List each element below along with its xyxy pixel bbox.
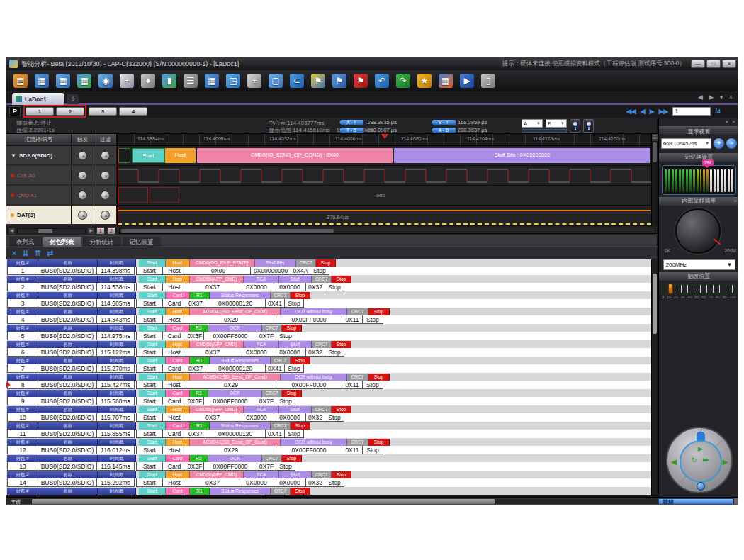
pin-icon[interactable]: ▪	[726, 118, 728, 126]
packet-data-row[interactable]: 5BUS0(SD2.0/SDIO)114.975msStartCard0X3F0…	[7, 332, 651, 340]
nav-right-icon[interactable]: ▶	[722, 458, 728, 466]
flag-yellow-button[interactable]: ⚑	[310, 72, 327, 89]
cursor-a-select[interactable]: A▼	[522, 119, 543, 128]
packet-data-row[interactable]: 15BUS0(SD2.0/SDIO)116.425msStartCard0X37…	[7, 495, 651, 495]
probe-button[interactable]: ♦	[140, 72, 157, 89]
decode-pre-block[interactable]	[118, 148, 130, 163]
page-menu-button[interactable]: P	[9, 106, 21, 116]
channel-page-1-button[interactable]: 1	[96, 227, 105, 235]
protocol-cards-button[interactable]: ▢	[267, 72, 284, 89]
packet-data-row[interactable]: 14BUS0(SD2.0/SDIO)116.292msStartHost0X37…	[7, 478, 651, 487]
play-icon[interactable]: ▶	[698, 445, 703, 452]
packet-data-row[interactable]: 3BUS0(SD2.0/SDIO)114.685msStartCard0X370…	[7, 299, 651, 308]
packet-data-row[interactable]: 7BUS0(SD2.0/SDIO)115.270msStartCard0X370…	[7, 364, 651, 373]
packet-data-row[interactable]: 10BUS0(SD2.0/SDIO)115.707msStartHost0X37…	[7, 413, 651, 422]
bottom-tab-1[interactable]: 封包列表	[43, 237, 81, 247]
zoom-in-icon[interactable]: +	[714, 138, 724, 149]
nav-left-icon[interactable]: ◀	[671, 458, 677, 466]
channel-row-clk-a0[interactable]: CLK A0	[6, 166, 117, 184]
open-file-button[interactable]: ▤	[12, 72, 29, 89]
layout-view-button[interactable]: ◳	[225, 72, 242, 89]
bus-connector-button[interactable]: ⊂	[288, 72, 305, 89]
favorites-star-button[interactable]: ★	[416, 72, 433, 89]
clk-signal-row[interactable]	[118, 166, 651, 186]
zoom-scale-select[interactable]: 669.106452ns▼	[661, 138, 711, 149]
zoom-undo-button[interactable]: ↶	[373, 72, 390, 89]
channel-page-2-button[interactable]: 2	[107, 227, 115, 235]
filter-setting-button[interactable]	[101, 191, 110, 200]
packet-data-row[interactable]: 8BUS0(SD2.0/SDIO)115.427msStartHost0X290…	[7, 381, 651, 389]
packet-data-row[interactable]: 6BUS0(SD2.0/SDIO)115.122msStartHost0X370…	[7, 348, 651, 357]
trigger-slider-thumb[interactable]	[668, 284, 673, 294]
tab-nav-icons[interactable]: ◀ ▶ ▾ ×	[698, 94, 735, 101]
usb-device-button[interactable]: ▯	[480, 72, 497, 89]
trigger-setting-button[interactable]	[78, 211, 87, 220]
close-button[interactable]: ×	[722, 60, 736, 68]
table-vscroll-thumb[interactable]	[653, 274, 657, 334]
save-file-button[interactable]: ▦	[33, 72, 50, 89]
cursor-b-bulb-toggle[interactable]	[583, 119, 594, 133]
save-as-button[interactable]: ▦	[55, 72, 72, 89]
dat3-signal-row[interactable]: 376.64μs	[118, 206, 651, 226]
table-hscroll-thumb[interactable]	[32, 499, 495, 505]
trigger-marker-icon[interactable]	[381, 134, 388, 139]
memory-stack-button[interactable]: ☰	[182, 72, 199, 89]
packet-data-row[interactable]: 11BUS0(SD2.0/SDIO)115.855msStartCard0X37…	[7, 430, 651, 438]
video-playback-button[interactable]: ▶	[458, 72, 475, 89]
channel-scroll-right-icon[interactable]: ▶	[88, 228, 94, 234]
packet-data-row[interactable]: 13BUS0(SD2.0/SDIO)116.145msStartCard0X3F…	[7, 462, 651, 471]
decode-stuff-block[interactable]: Stuff Bits : 0X00000000	[394, 148, 650, 163]
globe-icon[interactable]	[697, 482, 705, 491]
filter-setting-button[interactable]	[101, 171, 110, 180]
zoom-redo-button[interactable]: ↷	[395, 72, 412, 89]
packet-data-row[interactable]: 9BUS0(SD2.0/SDIO)115.560msStartCard0X3F0…	[7, 397, 651, 405]
add-tab-button[interactable]: +	[67, 94, 79, 104]
waveform-menu-icon[interactable]: ☰	[652, 134, 658, 141]
save-settings-button[interactable]: ▦	[76, 72, 93, 89]
go-prev-button[interactable]: ◀	[641, 108, 646, 115]
close-panel-icon[interactable]: ×	[12, 248, 16, 258]
bottom-tab-0[interactable]: 表列式	[9, 237, 42, 247]
filter-setting-button[interactable]	[101, 151, 110, 160]
page-button-3[interactable]: 3	[89, 107, 117, 116]
page-button-4[interactable]: 4	[119, 107, 147, 116]
fast-forward-icon[interactable]: ▶▶	[703, 457, 708, 463]
channel-scroll-left-icon[interactable]: ◀	[9, 228, 15, 234]
trigger-setting-button[interactable]	[78, 151, 87, 160]
add-device-button[interactable]: ▮	[161, 72, 178, 89]
waveform-vscrollbar[interactable]: ☰	[651, 134, 657, 226]
navigation-wheel[interactable]: ◀ ▶ ▶ ↻ ▶▶	[666, 427, 733, 493]
repeat-icon[interactable]: ↻	[692, 457, 697, 464]
trigger-setting-button[interactable]	[78, 191, 87, 200]
cursor-b-select[interactable]: B▼	[546, 119, 567, 128]
decode-cmd-block[interactable]: CMD5(IO_SEND_OP_COND) : 0X00	[197, 148, 393, 163]
export-data-icon[interactable]: ⇊	[22, 248, 28, 258]
minimize-button[interactable]: —	[691, 60, 705, 68]
packet-data-row[interactable]: 12BUS0(SD2.0/SDIO)116.012msStartHost0X29…	[7, 446, 651, 454]
frequency-knob[interactable]	[675, 208, 721, 254]
decode-host-block[interactable]: Host	[165, 148, 196, 163]
flag-blue-button[interactable]: ⚑	[331, 72, 348, 89]
cmd-signal-row[interactable]: 9ns	[118, 186, 651, 206]
flag-red-button[interactable]: ⚑	[352, 72, 369, 89]
zoom-out-icon[interactable]: −	[726, 138, 737, 149]
waveform-area[interactable]: 114.3984ms114.4008ms114.4032ms114.4056ms…	[118, 134, 651, 226]
decode-start-block[interactable]: Start	[132, 148, 165, 163]
packet-data-row[interactable]: 4BUS0(SD2.0/SDIO)114.843msStartHost0X290…	[7, 315, 651, 324]
bus-expand-icon[interactable]: ▼	[11, 152, 16, 159]
waveform-hscrollbar[interactable]	[119, 228, 655, 234]
page-button-1[interactable]: 1	[26, 107, 54, 116]
channel-row-dat-3-[interactable]: DAT[3]	[6, 206, 117, 224]
grid-table-button[interactable]: ▦	[437, 72, 454, 89]
channel-row-cmd-a1[interactable]: CMD A1	[6, 186, 117, 204]
go-next-button[interactable]: ▶	[650, 108, 655, 115]
frequency-more-icon[interactable]: »	[734, 197, 737, 206]
waveform-hscroll-thumb[interactable]	[121, 229, 334, 233]
page-number-input[interactable]	[672, 107, 711, 116]
signal-filter-button[interactable]: +	[246, 72, 263, 89]
go-last-button[interactable]: ▶▶	[659, 108, 669, 115]
refresh-sync-icon[interactable]: ⇄	[47, 248, 53, 258]
trigger-position-slider[interactable]	[662, 284, 736, 293]
frequency-select[interactable]: 200MHz▼	[663, 259, 735, 270]
bottom-tab-3[interactable]: 记忆装置	[123, 237, 161, 247]
